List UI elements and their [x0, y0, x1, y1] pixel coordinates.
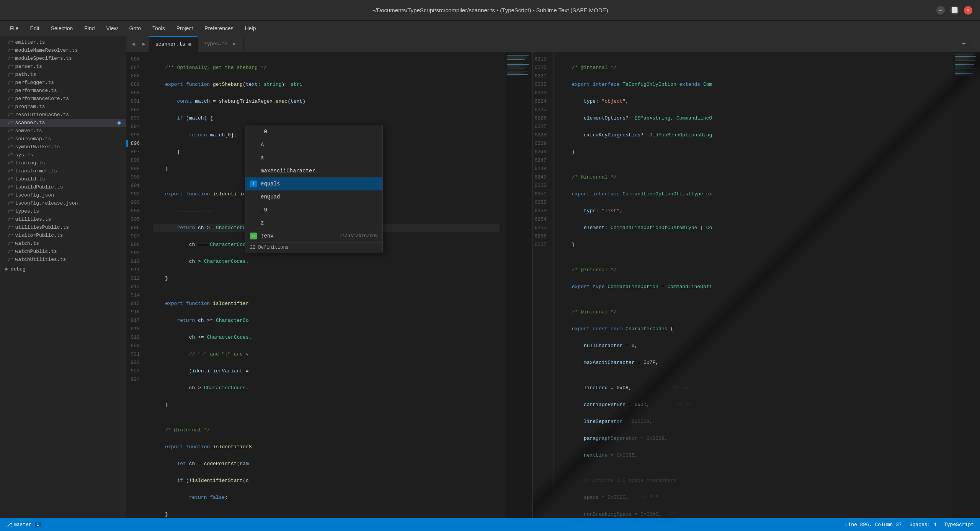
sidebar-item-sourcemap[interactable]: /* sourcemap.ts — [0, 135, 126, 143]
sidebar-item-utilitiesPublic[interactable]: /* utilitiesPublic.ts — [0, 223, 126, 231]
ac-label-enQuad: enQuad — [261, 192, 378, 202]
sidebar-item-transformer[interactable]: /* transformer.ts — [0, 167, 126, 175]
code-line-898: ch > CharacterCodes. — [153, 257, 500, 266]
window-title: ~/Documents/TypeScript/src/compiler/scan… — [372, 7, 608, 13]
sidebar-item-tracing[interactable]: /* tracing.ts — [0, 159, 126, 167]
menu-view[interactable]: View — [102, 24, 122, 33]
code-line-901: export function isIdentifier — [153, 300, 500, 308]
tab-close-types[interactable]: ✕ — [231, 41, 237, 47]
menu-bar: File Edit Selection Find View Goto Tools… — [0, 21, 980, 36]
rcode-6221: type: "object", — [560, 97, 947, 106]
sidebar-item-symbolWalker[interactable]: /* symbolWalker.ts — [0, 143, 126, 151]
menu-selection[interactable]: Selection — [46, 24, 78, 33]
sidebar-item-visitorPublic[interactable]: /* visitorPublic.ts — [0, 231, 126, 239]
code-content-right[interactable]: /* @internal */ export interface TsConfi… — [554, 52, 953, 518]
sidebar-item-watchUtilities[interactable]: /* watchUtilities.ts — [0, 256, 126, 264]
rcode-6227: export interface CommandLineOptionOfList… — [560, 190, 947, 198]
sidebar-item-performance[interactable]: /* performance.ts — [0, 87, 126, 95]
tab-types[interactable]: types.ts ✕ — [198, 36, 243, 52]
language-mode[interactable]: TypeScript — [944, 522, 974, 528]
menu-help[interactable]: Help — [240, 24, 261, 33]
rcode-unicode: // Unicode 3.0 space characters — [560, 477, 947, 485]
tab-nav-next[interactable]: ▶ — [139, 36, 149, 52]
ac-definitions-count: 22 Definitions — [250, 245, 289, 250]
sidebar-item-resolutionCache[interactable]: /* resolutionCache.ts — [0, 111, 126, 119]
close-button[interactable]: ✕ — [964, 6, 972, 15]
ac-item-9[interactable]: _9 — [245, 203, 382, 216]
window-controls: — ⬜ ✕ — [936, 6, 972, 15]
ac-icon-maxAscii — [250, 167, 257, 174]
sidebar-item-moduleSpecifiers[interactable]: /* moduleSpecifiers.ts — [0, 54, 126, 62]
sidebar-item-perfLogger[interactable]: /* perfLogger.ts — [0, 79, 126, 87]
sidebar-item-performanceCore[interactable]: /* performanceCore.ts — [0, 95, 126, 103]
sidebar-item-tsbuildPublic[interactable]: /* tsbuildPublic.ts — [0, 183, 126, 191]
spaces-setting[interactable]: Spaces: 4 — [910, 522, 936, 528]
sidebar-item-utilities[interactable]: /* utilities.ts — [0, 215, 126, 223]
menu-find[interactable]: Find — [80, 24, 99, 33]
sidebar-item-program[interactable]: /* program.ts — [0, 103, 126, 111]
editor-area: ◀ ▶ scanner.ts types.ts ✕ + ⋮ 886 887 88… — [126, 36, 980, 518]
ac-item-maxAscii[interactable]: maxAsciiCharacter — [245, 164, 382, 177]
sidebar-item-scanner[interactable]: /* scanner.ts — [0, 119, 126, 127]
git-branch[interactable]: ⎇ master 1 — [6, 521, 41, 528]
sidebar-folder-debug[interactable]: ▶ debug — [0, 264, 126, 274]
ac-icon-9 — [250, 206, 257, 213]
code-line-887: export function getShebang(text: string)… — [153, 80, 500, 89]
sidebar-item-tsconfig-release[interactable]: /* tsconfig.release.json — [0, 199, 126, 207]
rcode-type1: export type CommandLineOption = CommandL… — [560, 283, 947, 291]
rcode-ps: paragraphSeparator = 0x2029, — [560, 434, 947, 443]
menu-file[interactable]: File — [5, 24, 23, 33]
sidebar-item-semver[interactable]: /* semver.ts — [0, 127, 126, 135]
rcode-6222: elementOptions?: ESMap<string, CommandLi… — [560, 114, 947, 123]
tab-more-button[interactable]: ⋮ — [969, 36, 980, 52]
code-line-914: } — [153, 510, 500, 518]
status-left: ⎇ master 1 — [6, 521, 41, 528]
rcode-6224: } — [560, 148, 947, 156]
code-editor[interactable]: 886 887 888 889 890 891 892 893 894 895 … — [126, 52, 980, 518]
sidebar-item-watchPublic[interactable]: /* watchPublic.ts — [0, 247, 126, 256]
tab-bar: ◀ ▶ scanner.ts types.ts ✕ + ⋮ — [126, 36, 980, 52]
ac-item-A[interactable]: A — [245, 138, 382, 151]
tab-scanner[interactable]: scanner.ts — [149, 36, 198, 52]
ac-icon-0: _ — [250, 128, 257, 135]
sidebar-item-moduleNameResolver[interactable]: /* moduleNameResolver.ts — [0, 46, 126, 54]
cursor-position[interactable]: Line 896, Column 37 — [845, 522, 902, 528]
minimize-button[interactable]: — — [936, 6, 945, 15]
sidebar[interactable]: /* emitter.ts /* moduleNameResolver.ts /… — [0, 36, 126, 518]
ac-footer: 22 Definitions — [245, 243, 382, 252]
menu-edit[interactable]: Edit — [26, 24, 44, 33]
code-line-905: (identifierVariant = — [153, 367, 500, 375]
code-content-left[interactable]: /** Optionally, get the shebang */ expor… — [147, 52, 506, 518]
rcode-6220: export interface TsConfigOnlyOption exte… — [560, 80, 947, 89]
code-line-913: return false; — [153, 493, 500, 502]
menu-project[interactable]: Project — [172, 24, 198, 33]
menu-preferences[interactable]: Preferences — [200, 24, 238, 33]
left-editor-pane[interactable]: 886 887 888 889 890 891 892 893 894 895 … — [126, 52, 533, 518]
right-editor-pane[interactable]: 6219 6220 6221 6222 6223 6224 6225 6226 … — [533, 52, 980, 518]
ac-item-z[interactable]: z — [245, 216, 382, 229]
sidebar-item-types[interactable]: /* types.ts — [0, 207, 126, 215]
autocomplete-popup[interactable]: _ _0 A a maxAsciiCharacter — [245, 125, 383, 252]
sidebar-item-watch[interactable]: /* watch.ts — [0, 239, 126, 247]
ac-item-enQuad[interactable]: enQuad — [245, 190, 382, 203]
rcode-blank1: } — [560, 241, 947, 249]
tab-nav-prev[interactable]: ◀ — [128, 36, 139, 52]
rcode-cr: carriageReturn = 0x0D, // \r — [560, 401, 947, 409]
sidebar-item-path[interactable]: /* path.ts — [0, 70, 126, 79]
sidebar-item-parser[interactable]: /* parser.ts — [0, 62, 126, 70]
ac-item-equals[interactable]: f equals — [245, 177, 382, 190]
sidebar-item-tsconfig[interactable]: /* tsconfig.json — [0, 191, 126, 199]
menu-tools[interactable]: Tools — [148, 24, 170, 33]
ac-label-9: _9 — [261, 205, 378, 215]
sidebar-item-tsbuild[interactable]: /* tsbuild.ts — [0, 175, 126, 183]
tab-add-button[interactable]: + — [959, 36, 969, 52]
maximize-button[interactable]: ⬜ — [950, 6, 959, 15]
ac-icon-z — [250, 220, 257, 226]
menu-goto[interactable]: Goto — [125, 24, 145, 33]
code-line-912: if (!isIdentifierStart(c — [153, 477, 500, 485]
ac-item-0[interactable]: _ _0 — [245, 125, 382, 138]
sidebar-item-sys[interactable]: /* sys.ts — [0, 151, 126, 159]
ac-item-a[interactable]: a — [245, 151, 382, 164]
ac-item-env[interactable]: s !env #!/usr/bin/env — [245, 229, 382, 243]
sidebar-item-emitter[interactable]: /* emitter.ts — [0, 38, 126, 46]
